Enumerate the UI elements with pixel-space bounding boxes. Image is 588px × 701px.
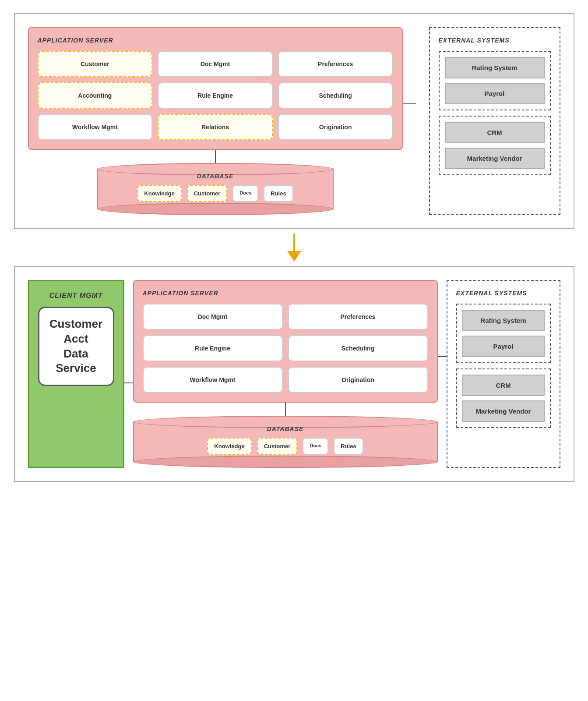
h-connector-2-outer [438, 280, 447, 468]
down-arrow [287, 234, 301, 262]
app-server-1: Application Server Customer Doc Mgmt Pre… [28, 27, 403, 150]
arrow-container [287, 229, 301, 266]
db-shape-1: Database Knowledge Customer Docs Rules [97, 163, 334, 215]
app-server-label-1: Application Server [38, 37, 393, 44]
ext-marketing-1: Marketing Vendor [445, 148, 545, 169]
client-to-app-connector [124, 280, 133, 468]
module-rule-engine-2: Rule Engine [143, 335, 283, 361]
module-relations-1: Relations [158, 114, 273, 140]
diagram2-main: Client Mgmt CustomerAcctData Service App… [28, 280, 560, 468]
db-items-1: Knowledge Customer Docs Rules [109, 185, 322, 202]
diagram1: Application Server Customer Doc Mgmt Pre… [14, 13, 574, 229]
db-shape-2: Database Knowledge Customer Docs Rules [133, 416, 438, 468]
module-grid-1: Customer Doc Mgmt Preferences Accounting… [38, 51, 393, 140]
client-mgmt-label: Client Mgmt [49, 292, 102, 300]
db-bottom-2 [133, 456, 438, 468]
v-connector-2 [285, 403, 286, 416]
client-h-line [124, 382, 133, 383]
module-accounting-1: Accounting [38, 82, 153, 109]
db-docs-1: Docs [232, 185, 258, 202]
module-rule-engine-1: Rule Engine [158, 82, 273, 109]
ext-payrol-1: Payrol [445, 83, 545, 104]
module-preferences-2: Preferences [288, 304, 428, 330]
external-systems-1: External Systems Rating System Payrol CR… [429, 27, 560, 215]
diagram2: Client Mgmt CustomerAcctData Service App… [14, 266, 574, 482]
app-server-2: Application Server Doc Mgmt Preferences … [133, 280, 438, 403]
db-bottom-1 [97, 203, 334, 215]
db-knowledge-2: Knowledge [207, 438, 251, 455]
client-mgmt-box: Client Mgmt CustomerAcctData Service [28, 280, 124, 468]
external-label-2: External Systems [456, 290, 551, 297]
ext-rating-system-1: Rating System [445, 57, 545, 78]
external-systems-2: External Systems Rating System Payrol CR… [447, 280, 560, 468]
ext-crm-2: CRM [462, 375, 545, 396]
ext-marketing-2: Marketing Vendor [462, 400, 545, 422]
module-doc-mgmt-1: Doc Mgmt [158, 51, 273, 77]
external-label-1: External Systems [439, 37, 551, 44]
main-container: Application Server Customer Doc Mgmt Pre… [14, 13, 574, 482]
app-server-label-2: Application Server [143, 290, 428, 297]
ext-crm-1: CRM [445, 122, 545, 143]
h-line-2 [438, 356, 447, 357]
db-knowledge-1: Knowledge [137, 185, 181, 202]
module-grid-2: Doc Mgmt Preferences Rule Engine Schedul… [143, 304, 428, 393]
v-connector-1 [215, 150, 216, 163]
h-line-1 [403, 103, 416, 104]
database-1-container: Database Knowledge Customer Docs Rules [28, 163, 403, 215]
db-customer-2: Customer [257, 438, 298, 455]
diagram1-left: Application Server Customer Doc Mgmt Pre… [28, 27, 403, 215]
db-rules-2: Rules [334, 438, 363, 455]
db-rules-1: Rules [264, 185, 293, 202]
client-service: CustomerAcctData Service [38, 307, 114, 386]
ext-group-1-1: Rating System Payrol [439, 51, 551, 110]
h-connector-1 [403, 27, 416, 215]
module-scheduling-1: Scheduling [278, 82, 393, 109]
module-scheduling-2: Scheduling [288, 335, 428, 361]
module-workflow-mgmt-2: Workflow Mgmt [143, 367, 283, 393]
ext-payrol-2: Payrol [462, 336, 545, 357]
module-preferences-1: Preferences [278, 51, 393, 77]
db-label-1: Database [109, 169, 322, 180]
db-items-2: Knowledge Customer Docs Rules [144, 438, 426, 455]
ext-group-2-1: Rating System Payrol [456, 304, 551, 363]
ext-group-2-2: CRM Marketing Vendor [456, 368, 551, 428]
db-label-2: Database [144, 422, 426, 432]
module-doc-mgmt-2: Doc Mgmt [143, 304, 283, 330]
db-customer-1: Customer [187, 185, 228, 202]
module-customer-1: Customer [38, 51, 153, 77]
arrow-head [287, 251, 301, 262]
database-2-container: Database Knowledge Customer Docs Rules [133, 416, 438, 468]
module-origination-1: Origination [278, 114, 393, 140]
module-origination-2: Origination [288, 367, 428, 393]
diagram2-center: Application Server Doc Mgmt Preferences … [133, 280, 438, 468]
ext-group-1-2: CRM Marketing Vendor [439, 116, 551, 175]
arrow-shaft [293, 234, 295, 251]
ext-rating-system-2: Rating System [462, 310, 545, 331]
module-workflow-mgmt-1: Workflow Mgmt [38, 114, 153, 140]
db-docs-2: Docs [303, 438, 328, 455]
